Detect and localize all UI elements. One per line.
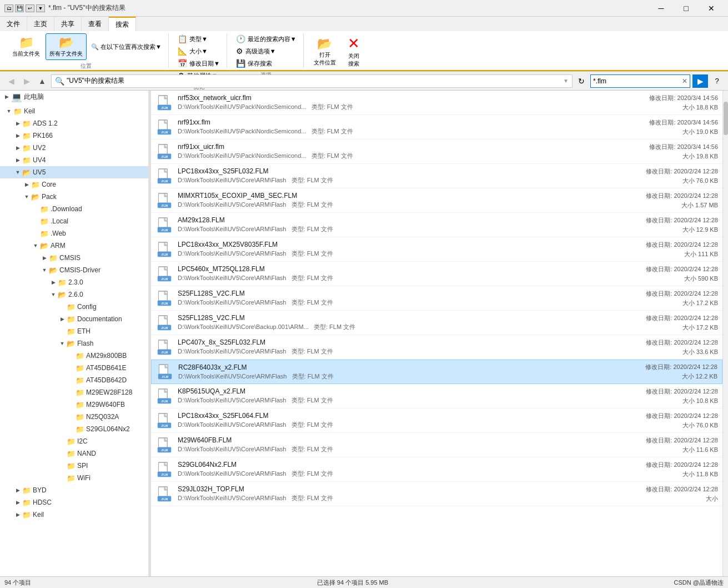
table-row[interactable]: .FLM AM29x128.FLM D:\WorkTools\Keil\UV5\…: [151, 213, 722, 237]
open-location-button[interactable]: 📂 打开文件位置: [310, 35, 339, 68]
scrollbar-thumb[interactable]: [724, 102, 728, 135]
sidebar-item-wifi[interactable]: 📁 WiFi: [0, 472, 148, 484]
address-dropdown-icon[interactable]: ▼: [563, 78, 569, 84]
sidebar-item-nand[interactable]: 📁 NAND: [0, 447, 148, 460]
sidebar-item-download[interactable]: 📁 .Download: [0, 203, 148, 215]
table-row[interactable]: .FLM S29JL032H_TOP.FLM D:\WorkTools\Keil…: [151, 482, 722, 506]
sidebar-item-local[interactable]: 📁 .Local: [0, 215, 148, 227]
search-go-button[interactable]: ▶: [692, 74, 708, 88]
save-search-button[interactable]: 💾 保存搜索: [234, 58, 299, 69]
sidebar-item-pk166[interactable]: ▶ 📁 PK166: [0, 129, 148, 142]
tab-file[interactable]: 文件: [0, 17, 27, 31]
sidebar-item-pack[interactable]: ▼ 📂 Pack: [0, 191, 148, 203]
ribbon-group-options: 🕐 最近的搜索内容▼ ⚙ 高级选项▼ 💾 保存搜索 选项: [229, 33, 304, 68]
sidebar-item-web[interactable]: 📁 .Web: [0, 227, 148, 240]
current-folder-button[interactable]: 📁 当前文件夹: [9, 34, 43, 59]
file-path: D:\WorkTools\Keil\UV5\Core\ARM\Flash 类型:…: [178, 176, 607, 185]
search-input[interactable]: [593, 77, 682, 85]
sidebar-item-uv5[interactable]: ▼ 📂 UV5: [0, 166, 148, 178]
table-row[interactable]: .FLM LPC5460x_MT25QL128.FLM D:\WorkTools…: [151, 262, 722, 286]
all-subfolders-button[interactable]: 📂 所有子文件夹: [46, 33, 87, 60]
file-info: S25FL128S_V2C.FLM D:\WorkTools\Keil\UV5\…: [178, 290, 607, 307]
back-button[interactable]: ◀: [4, 74, 18, 88]
tab-view[interactable]: 查看: [82, 17, 109, 31]
sidebar-item-eth[interactable]: 📁 ETH: [0, 325, 148, 337]
tab-search[interactable]: 搜索: [109, 17, 136, 31]
undo-icon[interactable]: ↩: [26, 4, 34, 12]
up-button[interactable]: ▲: [36, 74, 49, 88]
date-filter-button[interactable]: 📅 修改日期▼: [175, 58, 222, 69]
sidebar-item-pc[interactable]: ▶ 💻 此电脑: [0, 91, 148, 103]
table-row[interactable]: .FLM nrf53xx_network_uicr.flm D:\WorkToo…: [151, 91, 722, 115]
right-scrollbar[interactable]: [722, 91, 728, 576]
table-row[interactable]: .FLM nrf91xx_uicr.flm D:\WorkTools\Keil\…: [151, 139, 722, 164]
sidebar-item-spi[interactable]: 📁 SPI: [0, 460, 148, 472]
tab-share[interactable]: 共享: [54, 17, 82, 31]
file-list: .FLM nrf53xx_network_uicr.flm D:\WorkToo…: [151, 91, 722, 576]
sidebar-item-arm[interactable]: ▼ 📂 ARM: [0, 240, 148, 252]
save-icon[interactable]: 💾: [15, 4, 24, 12]
table-row[interactable]: .FLM LPC18xx43xx_S25FL032.FLM D:\WorkToo…: [151, 164, 722, 188]
sidebar-item-m29w640fb[interactable]: 📁 M29W640FB: [0, 398, 148, 411]
sidebar-item-cmsis[interactable]: ▶ 📁 CMSIS: [0, 252, 148, 264]
sidebar-item-n25q032a[interactable]: 📁 N25Q032A: [0, 411, 148, 423]
size-filter-button[interactable]: 📐 大小▼: [175, 46, 222, 57]
sidebar-item-uv2[interactable]: ▶ 📁 UV2: [0, 142, 148, 154]
sidebar-item-v260[interactable]: ▼ 📂 2.6.0: [0, 288, 148, 301]
sidebar-item-keil[interactable]: ▼ 📁 Keil: [0, 105, 148, 117]
sidebar-item-m29ew28f128[interactable]: 📁 M29EW28F128: [0, 386, 148, 398]
ads12-folder-icon: 📁: [22, 119, 31, 128]
recent-search-button[interactable]: 🕐 最近的搜索内容▼: [234, 33, 299, 44]
sidebar-item-am29x800bb[interactable]: 📁 AM29x800BB: [0, 350, 148, 362]
type-filter-button[interactable]: 📋 类型▼: [175, 33, 222, 44]
table-row[interactable]: .FLM S29GL064Nx2.FLM D:\WorkTools\Keil\U…: [151, 457, 722, 482]
documentation-label: Documentation: [77, 315, 122, 323]
advanced-options-button[interactable]: ⚙ 高级选项▼: [234, 46, 299, 57]
close-button[interactable]: ✕: [699, 0, 724, 17]
sidebar-item-keil2[interactable]: ▶ 📁 Keil: [0, 509, 148, 521]
dropdown-icon[interactable]: ▼: [36, 4, 45, 12]
table-row[interactable]: .FLM K8P5615UQA_x2.FLM D:\WorkTools\Keil…: [151, 384, 722, 408]
refresh-button[interactable]: ↻: [575, 74, 588, 88]
sidebar-item-core[interactable]: ▶ 📁 Core: [0, 178, 148, 191]
sidebar-item-config[interactable]: 📁 Config: [0, 301, 148, 313]
close-search-label: 关闭搜索: [348, 52, 359, 68]
sidebar-item-v230[interactable]: ▶ 📁 2.3.0: [0, 276, 148, 288]
help-button[interactable]: ?: [710, 74, 724, 88]
search-again-button[interactable]: 🔍 在以下位置再次搜索▼: [89, 42, 164, 52]
sidebar-item-at45db641e[interactable]: 📁 AT45DB641E: [0, 362, 148, 374]
table-row[interactable]: .FLM M29W640FB.FLM D:\WorkTools\Keil\UV5…: [151, 433, 722, 457]
search-clear-button[interactable]: ✕: [682, 77, 687, 85]
sidebar-item-uv4[interactable]: ▶ 📁 UV4: [0, 154, 148, 166]
close-search-button[interactable]: ✕ 关闭搜索: [342, 33, 366, 69]
table-row[interactable]: .FLM MIMXRT105x_ECOXIP_4MB_SEC.FLM D:\Wo…: [151, 188, 722, 213]
sidebar-item-at45db642d[interactable]: 📁 AT45DB642D: [0, 374, 148, 386]
maximize-button[interactable]: □: [674, 0, 699, 17]
table-row[interactable]: .FLM S25FL128S_V2C.FLM D:\WorkTools\Keil…: [151, 311, 722, 335]
search-bar[interactable]: ✕: [590, 74, 690, 88]
address-input[interactable]: 🔍 "UV5"中的搜索结果 ▼: [51, 74, 573, 88]
table-row[interactable]: .FLM LPC18xx43xx_S25FL064.FLM D:\WorkToo…: [151, 408, 722, 433]
sidebar-item-s29gl064nx2[interactable]: 📁 S29GL064Nx2: [0, 423, 148, 435]
table-row[interactable]: .FLM LPC407x_8x_S25FL032.FLM D:\WorkTool…: [151, 335, 722, 360]
date-label: 修改日期▼: [189, 59, 220, 68]
table-row[interactable]: .FLM RC28F640J3x_x2.FLM D:\WorkTools\Kei…: [151, 360, 722, 384]
sidebar-item-i2c[interactable]: 📁 I2C: [0, 435, 148, 447]
sidebar-item-cmsis-driver[interactable]: ▼ 📂 CMSIS-Driver: [0, 264, 148, 276]
title-bar-icons[interactable]: 🗂 💾 ↩ ▼: [4, 4, 45, 12]
sidebar-item-byd[interactable]: ▶ 📁 BYD: [0, 484, 148, 496]
sidebar-item-ads12[interactable]: ▶ 📁 ADS 1.2: [0, 117, 148, 129]
open-location-icon: 📂: [317, 37, 332, 51]
window-controls[interactable]: ─ □ ✕: [649, 0, 724, 17]
sidebar-item-flash[interactable]: ▼ 📂 Flash: [0, 337, 148, 350]
forward-button[interactable]: ▶: [20, 74, 33, 88]
tab-home[interactable]: 主页: [27, 17, 54, 31]
all-subfolders-label: 所有子文件夹: [49, 50, 83, 58]
table-row[interactable]: .FLM LPC18xx43xx_MX25V8035F.FLM D:\WorkT…: [151, 237, 722, 262]
table-row[interactable]: .FLM S25FL128S_V2C.FLM D:\WorkTools\Keil…: [151, 286, 722, 311]
sidebar-item-documentation[interactable]: ▶ 📁 Documentation: [0, 313, 148, 325]
minimize-button[interactable]: ─: [649, 0, 674, 17]
table-row[interactable]: .FLM nrf91xx.flm D:\WorkTools\Keil\UV5\P…: [151, 115, 722, 139]
file-path: D:\WorkTools\Keil\UV5\Core\ARM\Flash 类型:…: [178, 298, 607, 307]
sidebar-item-hdsc[interactable]: ▶ 📁 HDSC: [0, 496, 148, 509]
